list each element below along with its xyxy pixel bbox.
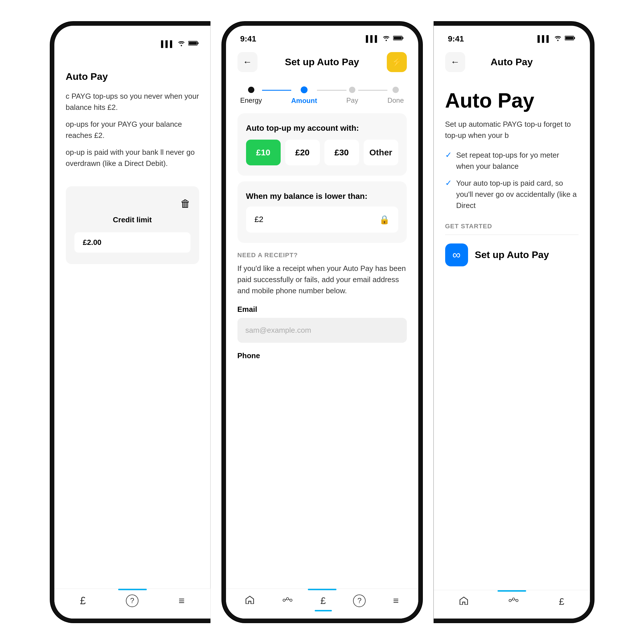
signal-icon-left: ▌▌▌	[161, 40, 175, 48]
bolt-symbol: ⚡	[391, 57, 403, 68]
nav-menu-left[interactable]: ≡	[179, 595, 185, 607]
svg-rect-13	[565, 37, 573, 39]
get-started-divider	[445, 235, 578, 235]
right-phone: 9:41 ▌▌▌ ← Auto Pay Auto Pay Set up auto…	[434, 22, 594, 623]
setup-btn-text: Set up Auto Pay	[475, 249, 549, 260]
phone-label: Phone	[237, 351, 407, 360]
receipt-text: If you'd like a receipt when your Auto P…	[237, 263, 407, 296]
left-description-2: op-ups for your PAYG your balance reache…	[66, 119, 199, 141]
step-label-pay: Pay	[346, 96, 358, 104]
nav-home-center[interactable]	[245, 595, 254, 606]
screenshot-container: ▌▌▌ Auto Pay c PAYG top-ups so you never…	[0, 0, 644, 644]
svg-point-16	[516, 599, 518, 602]
svg-line-18	[515, 599, 516, 600]
pound-icon-center: £	[320, 595, 326, 606]
bolt-icon-center[interactable]: ⚡	[387, 52, 407, 72]
nav-usage-right[interactable]	[508, 597, 519, 606]
check-text-1: Set repeat top-ups for yo meter when you…	[456, 150, 578, 172]
nav-title-center: Set up Auto Pay	[285, 56, 359, 68]
amount-20-btn[interactable]: £20	[285, 140, 320, 165]
svg-point-15	[512, 598, 515, 600]
nav-usage-center[interactable]	[282, 595, 293, 606]
left-page-title: Auto Pay	[66, 71, 199, 82]
phone-group: Phone	[237, 351, 407, 360]
svg-point-7	[286, 598, 289, 600]
nav-title-right: Auto Pay	[491, 56, 533, 68]
status-bar-right: 9:41 ▌▌▌	[434, 26, 590, 46]
svg-rect-2	[189, 42, 197, 45]
signal-icon-center: ▌▌▌	[366, 35, 379, 43]
svg-rect-4	[402, 37, 403, 39]
nav-pound-left[interactable]: £	[80, 595, 86, 607]
usage-icon-center	[282, 595, 293, 606]
amount-10-btn[interactable]: £10	[246, 140, 281, 165]
step-amount: Amount	[291, 86, 317, 105]
signal-icon-right: ▌▌▌	[538, 35, 551, 43]
svg-rect-1	[197, 42, 199, 44]
status-bar-center: 9:41 ▌▌▌	[226, 26, 418, 46]
credit-label: Credit limit	[74, 215, 191, 224]
step-line-3	[358, 90, 387, 91]
svg-point-14	[509, 599, 511, 602]
status-time-center: 9:41	[240, 34, 256, 43]
help-icon-left: ?	[126, 595, 138, 607]
balance-row: £2 🔒	[246, 207, 398, 233]
back-arrow-right: ←	[451, 57, 460, 67]
balance-label: When my balance is lower than:	[246, 192, 398, 201]
trash-icon[interactable]: 🗑	[180, 198, 191, 210]
amount-30-btn[interactable]: £30	[324, 140, 359, 165]
svg-point-6	[283, 599, 285, 601]
nav-help-center[interactable]: ?	[353, 595, 366, 607]
nav-help-left[interactable]: ?	[126, 595, 138, 607]
nav-menu-center[interactable]: ≡	[393, 595, 399, 606]
balance-card: When my balance is lower than: £2 🔒	[237, 181, 407, 243]
back-button-center[interactable]: ←	[237, 52, 257, 72]
autopay-desc: Set up automatic PAYG top-u forget to to…	[445, 119, 578, 141]
svg-rect-5	[394, 37, 402, 39]
nav-home-right[interactable]	[459, 596, 468, 607]
step-line-2	[317, 90, 346, 91]
email-label: Email	[237, 305, 407, 314]
check-item-1: ✓ Set repeat top-ups for yo meter when y…	[445, 150, 578, 172]
step-line-1	[262, 90, 291, 91]
home-icon-right	[459, 596, 468, 607]
menu-icon-left: ≡	[179, 595, 185, 607]
amount-other-btn[interactable]: Other	[364, 140, 398, 165]
status-time-right: 9:41	[448, 34, 464, 43]
topup-card-title: Auto top-up my account with:	[246, 124, 398, 133]
help-icon-center: ?	[353, 595, 366, 607]
credit-value: £2.00	[74, 232, 191, 253]
infinity-symbol: ∞	[452, 248, 461, 261]
back-button-right[interactable]: ←	[445, 52, 465, 72]
wifi-icon-center	[382, 34, 390, 43]
step-dot-done	[393, 87, 399, 93]
setup-autopay-btn[interactable]: ∞ Set up Auto Pay	[445, 243, 578, 266]
svg-point-8	[290, 599, 292, 601]
autopay-title: Auto Pay	[445, 89, 578, 112]
battery-icon-right	[565, 34, 576, 43]
pound-icon-left: £	[80, 595, 86, 607]
menu-icon-center: ≡	[393, 595, 399, 606]
right-content: Auto Pay Set up automatic PAYG top-u for…	[434, 78, 590, 278]
receipt-section: NEED A RECEIPT? If you'd like a receipt …	[226, 249, 418, 360]
nav-pound-center[interactable]: £	[320, 595, 326, 606]
amount-buttons: £10 £20 £30 Other	[246, 140, 398, 165]
bottom-nav-left: £ ? ≡	[54, 588, 211, 619]
status-icons-left: ▌▌▌	[161, 40, 199, 48]
infinity-icon: ∞	[445, 243, 468, 266]
wifi-icon-left	[177, 40, 185, 48]
email-group: Email sam@example.com	[237, 305, 407, 343]
top-nav-right: ← Auto Pay	[434, 46, 590, 78]
step-label-amount: Amount	[291, 97, 317, 105]
step-dot-energy	[248, 87, 254, 93]
email-input[interactable]: sam@example.com	[237, 318, 407, 343]
nav-pound-right[interactable]: £	[559, 596, 564, 607]
credit-card: 🗑 Credit limit £2.00	[66, 186, 199, 264]
home-icon-center	[245, 595, 254, 606]
wifi-icon-right	[554, 34, 562, 43]
bottom-nav-right: £	[434, 590, 590, 619]
step-pay: Pay	[346, 87, 358, 104]
step-done: Done	[387, 87, 404, 104]
bottom-nav-center: £ ? ≡	[226, 588, 418, 619]
status-icons-center: ▌▌▌	[366, 34, 404, 43]
